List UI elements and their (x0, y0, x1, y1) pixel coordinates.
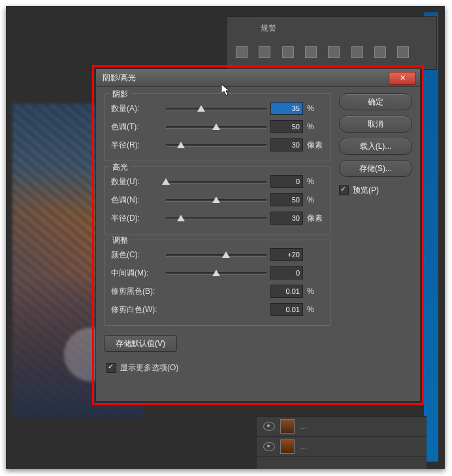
unit: % (307, 122, 324, 131)
panel-icon[interactable] (351, 46, 363, 58)
show-more-row[interactable]: 显示更多选项(O) (106, 362, 331, 373)
panel-icon[interactable] (328, 46, 340, 58)
panel-icon[interactable] (259, 46, 270, 58)
shadows-highlights-dialog: 阴影/高光 ✕ 阴影 数量(A): (95, 69, 421, 402)
unit: % (307, 104, 324, 113)
checkbox-show-more[interactable] (106, 363, 116, 373)
unit: % (307, 305, 324, 314)
checkbox-preview[interactable] (339, 185, 349, 195)
label: 半径(D): (111, 213, 162, 224)
input-clip-white[interactable]: 0.01 (270, 303, 303, 316)
close-icon: ✕ (400, 74, 406, 82)
row-shadow-amount: 数量(A): 35 % (111, 99, 324, 118)
panel-icon[interactable] (236, 46, 248, 58)
row-midtone: 中间调(M): 0 (111, 264, 324, 282)
layer-row[interactable]: … (257, 417, 427, 437)
row-clip-white: 修剪白色(W): 0.01 % (111, 300, 324, 319)
label: 数量(U): (111, 176, 162, 187)
slider-color[interactable] (166, 249, 266, 261)
input-hl-amount[interactable]: 0 (270, 175, 303, 188)
slider-shadow-amount[interactable] (166, 103, 266, 114)
group-title: 高光 (110, 162, 131, 173)
dialog-title: 阴影/高光 (103, 72, 136, 84)
group-highlights: 高光 数量(U): 0 % 色调(N): (104, 167, 331, 234)
slider-hl-tone[interactable] (166, 194, 266, 206)
row-hl-tone: 色调(N): 50 % (111, 191, 324, 209)
slider-hl-amount[interactable] (166, 176, 266, 187)
row-clip-black: 修剪黑色(B): 0.01 % (111, 282, 324, 300)
group-adjust: 调整 颜色(C): +20 中间调(M): (104, 240, 331, 326)
input-hl-radius[interactable]: 30 (270, 212, 303, 225)
input-midtone[interactable]: 0 (270, 266, 303, 279)
group-title: 阴影 (110, 89, 131, 100)
unit: 像素 (307, 140, 324, 151)
panel-icon[interactable] (282, 46, 294, 58)
unit: % (307, 177, 324, 186)
preview-label: 预览(P) (353, 185, 379, 196)
input-clip-black[interactable]: 0.01 (270, 285, 303, 298)
input-shadow-amount[interactable]: 35 (270, 102, 303, 115)
slider-midtone[interactable] (166, 267, 266, 279)
slider-hl-radius[interactable] (166, 212, 266, 224)
row-shadow-tone: 色调(T): 50 % (111, 118, 324, 136)
layer-thumb (280, 439, 295, 454)
preview-row[interactable]: 预览(P) (339, 185, 412, 196)
panel-icon[interactable] (374, 46, 386, 58)
unit: 像素 (307, 213, 324, 224)
panel-icon[interactable] (397, 46, 409, 58)
unit: % (307, 287, 324, 296)
unit: % (307, 195, 324, 204)
layer-name: … (300, 442, 308, 451)
close-button[interactable]: ✕ (389, 72, 416, 85)
input-shadow-tone[interactable]: 50 (270, 120, 303, 133)
input-hl-tone[interactable]: 50 (270, 193, 303, 206)
row-shadow-radius: 半径(R): 30 像素 (111, 136, 324, 154)
layer-row[interactable]: … (257, 437, 427, 457)
right-panel (227, 16, 437, 70)
outer-frame: 规警 … … 阴影/高光 ✕ (6, 6, 445, 469)
titlebar[interactable]: 阴影/高光 ✕ (96, 69, 420, 87)
right-ruler (424, 12, 438, 462)
row-hl-amount: 数量(U): 0 % (111, 172, 324, 191)
panel-icon-row (236, 46, 432, 59)
panel-icon[interactable] (305, 46, 317, 58)
slider-shadow-tone[interactable] (166, 121, 266, 133)
slider-shadow-radius[interactable] (166, 139, 266, 151)
input-shadow-radius[interactable]: 30 (270, 138, 303, 151)
cancel-button[interactable]: 取消 (339, 116, 412, 133)
label: 修剪黑色(B): (111, 286, 266, 297)
highlight-border: 阴影/高光 ✕ 阴影 数量(A): (92, 65, 424, 405)
layers-panel: … … (257, 416, 427, 469)
load-button[interactable]: 载入(L)... (339, 138, 412, 155)
save-defaults-button[interactable]: 存储默认值(V) (104, 335, 177, 352)
group-title: 调整 (110, 235, 131, 246)
label: 半径(R): (111, 140, 162, 151)
label: 中间调(M): (111, 268, 162, 279)
input-color[interactable]: +20 (270, 248, 303, 261)
layer-thumb (280, 419, 295, 434)
save-button[interactable]: 存储(S)... (339, 160, 412, 177)
group-shadows: 阴影 数量(A): 35 % 色调(T): (104, 93, 331, 161)
label: 修剪白色(W): (111, 304, 266, 315)
row-hl-radius: 半径(D): 30 像素 (111, 209, 324, 227)
label: 数量(A): (111, 103, 162, 114)
label: 色调(N): (111, 195, 162, 206)
layer-name: … (300, 422, 308, 431)
visibility-icon[interactable] (263, 442, 275, 451)
visibility-icon[interactable] (263, 422, 275, 431)
ok-button[interactable]: 确定 (339, 93, 412, 110)
row-color: 颜色(C): +20 (111, 246, 324, 264)
show-more-label: 显示更多选项(O) (120, 362, 178, 373)
panel-title: 规警 (261, 23, 276, 34)
label: 色调(T): (111, 121, 162, 133)
label: 颜色(C): (111, 249, 162, 261)
